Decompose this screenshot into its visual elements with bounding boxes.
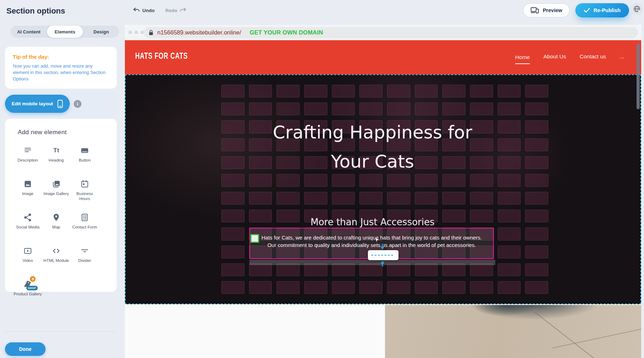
hero-tile	[221, 102, 244, 115]
hero-heading[interactable]: Crafting Happiness for Your Cats	[126, 118, 619, 176]
hero-tile	[525, 102, 548, 115]
add-element-business-hours[interactable]: Business Hours	[70, 176, 99, 207]
add-element-social-media[interactable]: Social Media	[14, 209, 42, 241]
done-button[interactable]: Done	[5, 342, 46, 356]
hero-tile	[221, 263, 244, 276]
hero-section-selected[interactable]: Crafting Happiness for Your Cats More th…	[125, 74, 641, 304]
add-element-image[interactable]: Image	[14, 176, 42, 207]
hero-tile	[276, 281, 300, 294]
redo-button[interactable]: Redo	[165, 7, 187, 13]
undo-button[interactable]: Undo	[133, 7, 155, 13]
add-element-divider[interactable]: Divider	[70, 243, 99, 274]
upgrade-badge-icon	[30, 276, 36, 282]
hero-tile	[276, 192, 300, 205]
get-domain-link[interactable]: GET YOUR OWN DOMAIN	[250, 29, 323, 36]
image-gallery-icon	[52, 179, 61, 189]
hero-tile	[498, 85, 521, 98]
hero-tile	[387, 192, 410, 205]
hero-tile	[525, 246, 548, 258]
tip-title: Tip of the day:	[13, 54, 109, 60]
hero-tile	[442, 85, 465, 98]
element-label: Button	[79, 158, 90, 163]
add-element-video[interactable]: Video	[14, 243, 42, 274]
hero-tile	[442, 263, 465, 276]
mouse-cursor-icon	[375, 237, 380, 243]
tab-design[interactable]: Design	[83, 26, 119, 38]
hero-tile	[249, 102, 272, 115]
share-icon	[23, 212, 32, 223]
resize-dash-line	[371, 255, 393, 256]
sidebar-divider	[5, 331, 117, 332]
hero-tile	[276, 85, 300, 98]
hero-tile	[359, 85, 382, 98]
undo-icon	[133, 7, 140, 13]
element-label: HTML Module	[43, 258, 69, 263]
video-icon	[23, 246, 32, 256]
language-globe-button[interactable]	[631, 3, 643, 15]
nav-contact-us[interactable]: Contact us	[580, 53, 606, 61]
tab-label: Elements	[55, 29, 75, 35]
tab-ai-content[interactable]: AI Content	[11, 26, 47, 38]
nav-home[interactable]: Home	[515, 54, 530, 64]
hero-tile	[221, 281, 244, 294]
nav-about-us[interactable]: About Us	[543, 53, 566, 61]
element-grid: Description Tt Heading Button Image	[5, 142, 117, 307]
hero-tile	[470, 102, 493, 115]
hero-tile	[525, 227, 548, 240]
tab-elements[interactable]: Elements	[47, 26, 83, 38]
page-title: Section options	[6, 6, 65, 16]
tile-grout-line	[552, 326, 641, 348]
phone-icon	[57, 100, 63, 108]
site-url: n1566589.websitebuilder.online/	[157, 29, 241, 36]
canvas-scrollbar[interactable]	[637, 43, 640, 109]
add-element-map[interactable]: Map	[42, 209, 70, 241]
devices-icon	[530, 7, 539, 14]
redo-icon	[180, 7, 186, 13]
form-icon	[80, 212, 89, 223]
hero-tile	[304, 102, 327, 115]
element-label: Business Hours	[70, 191, 99, 201]
add-element-description[interactable]: Description	[14, 142, 42, 174]
heading-icon: Tt	[52, 145, 61, 156]
hero-subheading[interactable]: More than Just Accessories	[126, 217, 619, 227]
add-element-heading[interactable]: Tt Heading	[42, 142, 70, 174]
preview-button[interactable]: Preview	[523, 3, 570, 17]
add-element-image-gallery[interactable]: Image Gallery	[42, 176, 70, 207]
add-element-product-gallery[interactable]: SHOP Product Gallery	[14, 276, 42, 307]
hero-tile	[221, 227, 244, 240]
code-icon	[52, 246, 61, 256]
edit-mobile-layout-button[interactable]: Edit mobile layout	[5, 95, 70, 113]
hero-tile	[498, 263, 521, 276]
tab-label: Design	[94, 29, 109, 35]
element-label: Contact Form	[72, 225, 97, 230]
hero-tile	[304, 263, 327, 276]
browser-dot-icon	[128, 31, 132, 34]
map-pin-icon	[52, 212, 61, 223]
hero-tile	[221, 246, 244, 258]
add-element-button[interactable]: Button	[70, 142, 99, 174]
image-icon	[23, 179, 32, 189]
section-resize-handle[interactable]	[368, 250, 398, 260]
site-logo[interactable]: HATS FOR CATS	[135, 51, 188, 61]
hero-tile	[415, 263, 438, 276]
address-bar[interactable]: n1566589.websitebuilder.online/ GET YOUR…	[143, 27, 638, 38]
check-icon	[584, 8, 590, 13]
topbar-actions: Preview Re-Publish	[523, 3, 629, 17]
nav-more[interactable]: ...	[619, 53, 624, 61]
republish-button[interactable]: Re-Publish	[575, 3, 629, 17]
hero-tile	[332, 263, 355, 276]
redo-label: Redo	[165, 8, 178, 13]
hero-tile	[304, 85, 327, 98]
add-element-contact-form[interactable]: Contact Form	[70, 209, 99, 241]
info-button[interactable]: i	[74, 100, 81, 108]
add-element-html-module[interactable]: HTML Module	[42, 243, 70, 274]
hero-heading-line1: Crafting Happiness for	[126, 118, 619, 147]
site-nav: Home About Us Contact us ...	[515, 40, 624, 74]
add-element-card: Add new element Description Tt Heading B…	[5, 119, 117, 292]
hero-tile	[470, 281, 493, 294]
sidebar-tabs: AI Content Elements Design	[11, 26, 119, 38]
divider-icon	[80, 246, 89, 256]
hero-tile	[276, 102, 300, 115]
hero-tile	[498, 246, 521, 258]
undo-redo-group: Undo Redo	[133, 6, 186, 15]
